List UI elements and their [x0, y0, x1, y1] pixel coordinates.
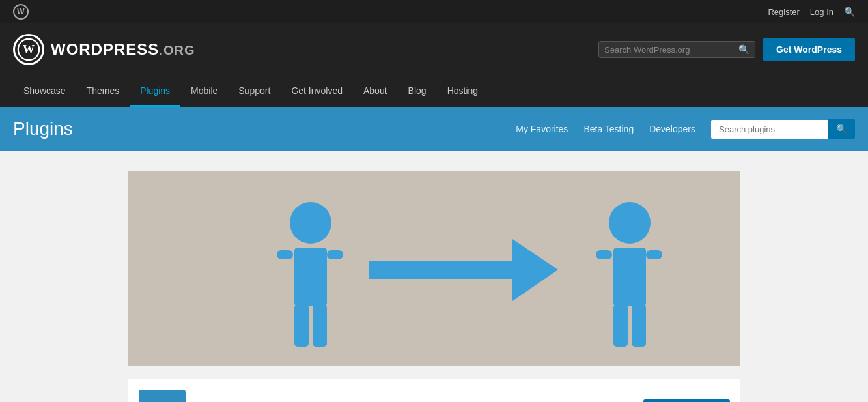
nav-item-get-involved: Get Involved — [281, 76, 353, 107]
login-link[interactable]: Log In — [810, 7, 833, 17]
download-button[interactable]: Download — [643, 399, 729, 402]
nav-link-support[interactable]: Support — [228, 76, 281, 105]
nav-link-showcase[interactable]: Showcase — [13, 76, 76, 105]
svg-rect-8 — [294, 304, 309, 347]
plugin-icon — [139, 390, 186, 402]
my-favorites-link[interactable]: My Favorites — [516, 124, 568, 134]
nav-item-about: About — [353, 76, 398, 107]
top-bar-left: W — [13, 4, 29, 20]
svg-rect-14 — [596, 250, 612, 259]
get-wordpress-button[interactable]: Get WordPress — [763, 38, 855, 61]
svg-rect-17 — [632, 304, 646, 347]
nav-link-mobile[interactable]: Mobile — [180, 76, 228, 105]
top-search-icon[interactable]: 🔍 — [844, 7, 855, 17]
nav-link-plugins[interactable]: Plugins — [130, 76, 180, 107]
header-right: 🔍 Get WordPress — [598, 38, 855, 61]
main-nav: Showcase Themes Plugins Mobile Support G… — [0, 76, 868, 107]
nav-link-blog[interactable]: Blog — [398, 76, 437, 105]
developers-link[interactable]: Developers — [649, 124, 695, 134]
plugin-header-bar: Plugins My Favorites Beta Testing Develo… — [0, 107, 868, 151]
top-bar: W Register Log In 🔍 — [0, 0, 868, 23]
nav-item-support: Support — [228, 76, 281, 107]
svg-point-12 — [609, 202, 651, 244]
beta-testing-link[interactable]: Beta Testing — [583, 124, 634, 134]
svg-rect-5 — [294, 248, 327, 306]
register-link[interactable]: Register — [768, 7, 799, 17]
svg-rect-6 — [277, 250, 293, 259]
svg-text:W: W — [23, 43, 35, 56]
svg-rect-9 — [313, 304, 327, 347]
nav-link-get-involved[interactable]: Get Involved — [281, 76, 353, 105]
plugin-search-button[interactable]: 🔍 — [828, 119, 855, 139]
nav-item-hosting: Hosting — [437, 76, 488, 107]
svg-rect-13 — [613, 248, 646, 306]
logo-svg: W — [17, 38, 40, 61]
nav-item-themes: Themes — [76, 76, 130, 107]
nav-list: Showcase Themes Plugins Mobile Support G… — [13, 76, 855, 107]
nav-link-hosting[interactable]: Hosting — [437, 76, 488, 105]
svg-rect-7 — [327, 250, 343, 259]
wp-logo-small: W — [13, 4, 29, 20]
logo-circle: W — [13, 34, 44, 65]
plugin-nav: My Favorites Beta Testing Developers 🔍 — [516, 119, 855, 139]
nav-link-about[interactable]: About — [353, 76, 398, 105]
svg-rect-10 — [369, 261, 512, 279]
logo-text-container: WordPress.org — [51, 40, 195, 59]
nav-item-showcase: Showcase — [13, 76, 76, 107]
nav-item-blog: Blog — [398, 76, 437, 107]
nav-link-themes[interactable]: Themes — [76, 76, 130, 105]
svg-point-4 — [290, 202, 331, 244]
site-logo[interactable]: W WordPress.org — [13, 34, 195, 65]
nav-item-plugins: Plugins — [130, 76, 180, 107]
top-bar-right: Register Log In 🔍 — [768, 7, 855, 17]
featured-image — [128, 171, 740, 366]
main-content: Headless Mode Download — [115, 151, 753, 402]
plugin-card: Headless Mode Download — [128, 379, 740, 402]
plugin-search-form: 🔍 — [711, 119, 855, 139]
header: W WordPress.org 🔍 Get WordPress — [0, 23, 868, 76]
svg-rect-15 — [646, 250, 662, 259]
header-search-input[interactable] — [604, 45, 735, 55]
logo-domain: .org — [159, 43, 195, 57]
svg-rect-16 — [613, 304, 628, 347]
header-search-bar: 🔍 — [598, 41, 755, 58]
plugin-page-title: Plugins — [13, 119, 73, 139]
header-search-button[interactable]: 🔍 — [738, 44, 749, 55]
featured-svg — [128, 171, 740, 366]
nav-item-mobile: Mobile — [180, 76, 228, 107]
logo-site-name: WordPress — [51, 40, 159, 58]
plugin-search-input[interactable] — [711, 120, 828, 139]
